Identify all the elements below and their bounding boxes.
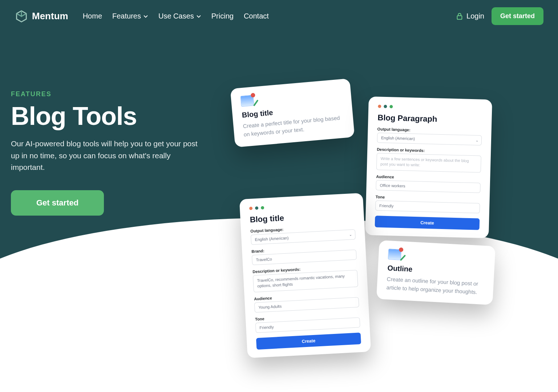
outline-card: Outline Create an outline for your blog …: [376, 240, 496, 305]
nav-pricing[interactable]: Pricing: [211, 12, 234, 20]
nav-links: Home Features Use Cases Pricing Contact: [83, 12, 269, 20]
nav-label: Features: [112, 12, 141, 20]
description-textarea[interactable]: Write a few sentences or keywords about …: [376, 153, 481, 172]
input-value: Friendly: [259, 325, 274, 330]
nav-use-cases[interactable]: Use Cases: [158, 12, 201, 20]
chevron-down-icon: [196, 14, 201, 19]
chevron-down-icon: [143, 14, 148, 19]
nav-home[interactable]: Home: [83, 12, 102, 20]
nav-label: Use Cases: [158, 12, 194, 20]
hero: FEATURES Blog Tools Our AI-powered blog …: [0, 32, 218, 216]
card-description: Create an outline for your blog post or …: [386, 275, 484, 297]
lock-icon: [456, 12, 464, 20]
window-dots: [249, 201, 354, 210]
brand[interactable]: Mentum: [15, 9, 68, 23]
outline-icon: [388, 249, 402, 260]
card-title: Blog title: [250, 210, 355, 225]
nav-features[interactable]: Features: [112, 12, 148, 20]
create-button[interactable]: Create: [375, 216, 480, 230]
brand-logo-icon: [15, 9, 28, 23]
blog-paragraph-form-card: Blog Paragraph Output language: English …: [365, 97, 492, 238]
login-link[interactable]: Login: [456, 12, 484, 20]
card-title: Blog Paragraph: [377, 113, 482, 125]
eyebrow: FEATURES: [11, 90, 203, 98]
brand-name: Mentum: [32, 11, 68, 22]
audience-input[interactable]: Office workers: [376, 180, 481, 193]
hero-subtitle: Our AI-powered blog tools will help you …: [11, 138, 203, 173]
nav-label: Home: [83, 12, 102, 20]
feature-card-cluster: Blog title Create a perfect title for yo…: [225, 73, 552, 363]
card-title: Outline: [387, 264, 485, 277]
select-value: English (American): [381, 136, 415, 141]
input-value: TravelCo: [256, 257, 272, 262]
svg-rect-0: [457, 16, 462, 19]
input-value: Young Adults: [258, 304, 282, 309]
chevron-down-icon: ⌄: [476, 138, 478, 142]
input-value: TravelCo, recommends romantic vacations,…: [257, 274, 345, 288]
top-nav: Mentum Home Features Use Cases Pricing C…: [0, 0, 558, 32]
nav-label: Contact: [244, 12, 269, 20]
hero-get-started-button[interactable]: Get started: [11, 190, 104, 216]
chevron-down-icon: ⌄: [349, 233, 352, 237]
description-textarea[interactable]: TravelCo, recommends romantic vacations,…: [253, 270, 358, 292]
window-dots: [378, 105, 482, 111]
blog-title-form-card: Blog title Output language: English (Ame…: [239, 193, 371, 358]
tone-input[interactable]: Friendly: [375, 200, 480, 213]
select-value: English (American): [255, 236, 288, 242]
create-button[interactable]: Create: [256, 332, 361, 350]
get-started-button[interactable]: Get started: [492, 7, 543, 25]
output-language-select[interactable]: English (American) ⌄: [377, 132, 482, 146]
input-value: Friendly: [379, 203, 393, 208]
page-title: Blog Tools: [11, 102, 203, 131]
nav-contact[interactable]: Contact: [244, 12, 269, 20]
input-value: Office workers: [380, 183, 405, 188]
placeholder-text: Write a few sentences or keywords about …: [380, 156, 469, 167]
login-label: Login: [466, 12, 484, 20]
nav-label: Pricing: [211, 12, 234, 20]
blog-title-card: Blog title Create a perfect title for yo…: [230, 78, 355, 147]
blog-icon: [240, 95, 254, 107]
